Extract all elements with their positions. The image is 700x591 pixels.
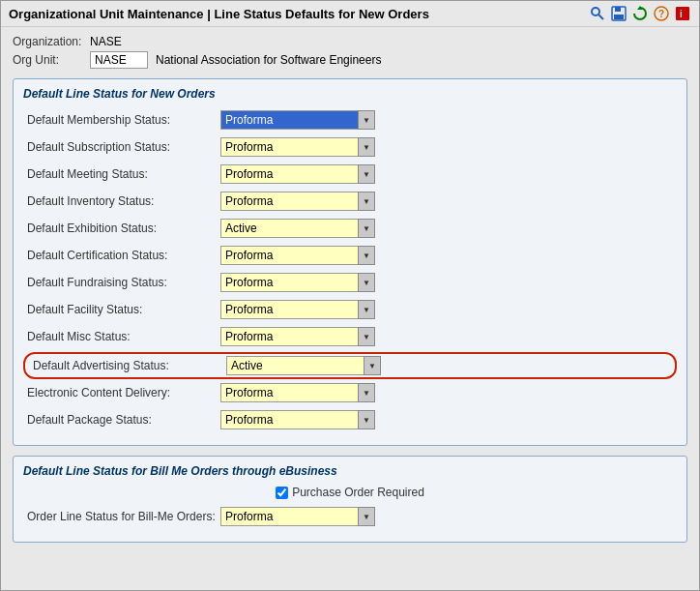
- svg-point-0: [592, 8, 599, 15]
- field-label-7: Default Facility Status:: [27, 303, 220, 316]
- svg-rect-4: [614, 15, 624, 19]
- purchase-order-label: Purchase Order Required: [292, 486, 424, 499]
- page-content: Organization: NASE Org Unit: NASE Nation…: [1, 27, 699, 560]
- bill-me-label: Order Line Status for Bill-Me Orders:: [27, 510, 220, 523]
- field-label-9: Default Advertising Status:: [33, 359, 226, 372]
- bill-me-select-wrapper: Proforma ▼: [220, 507, 375, 526]
- purchase-order-checkbox[interactable]: [276, 487, 288, 499]
- field-label-5: Default Certification Status:: [27, 249, 220, 262]
- bill-me-select[interactable]: Proforma: [220, 507, 375, 526]
- section-new-orders: Default Line Status for New Orders Defau…: [13, 78, 687, 446]
- org-label: Organization:: [13, 35, 90, 48]
- field-label-8: Default Misc Status:: [27, 330, 220, 343]
- purchase-order-row: Purchase Order Required: [23, 486, 677, 499]
- form-row-9: Default Advertising Status:Active▼: [23, 352, 677, 379]
- info-icon[interactable]: i: [674, 5, 691, 22]
- field-select-7[interactable]: Proforma: [220, 300, 375, 319]
- select-wrapper-3: Proforma▼: [220, 192, 375, 211]
- field-label-10: Electronic Content Delivery:: [27, 386, 220, 399]
- form-row-11: Default Package Status:Proforma▼: [23, 408, 677, 431]
- form-row-1: Default Subscription Status:Proforma▼: [23, 135, 677, 159]
- title-bar: Organizational Unit Maintenance | Line S…: [1, 1, 699, 27]
- form-row-0: Default Membership Status:Proforma▼: [23, 108, 677, 132]
- bill-me-row: Order Line Status for Bill-Me Orders: Pr…: [23, 505, 677, 528]
- field-select-9[interactable]: Active: [226, 356, 381, 375]
- form-row-4: Default Exhibition Status:Active▼: [23, 217, 677, 240]
- form-row-6: Default Fundraising Status:Proforma▼: [23, 271, 677, 294]
- select-wrapper-1: Proforma▼: [220, 137, 375, 157]
- field-select-0[interactable]: Proforma: [220, 110, 375, 130]
- search-icon[interactable]: [589, 5, 606, 22]
- section-new-orders-title: Default Line Status for New Orders: [23, 87, 677, 101]
- form-row-8: Default Misc Status:Proforma▼: [23, 325, 677, 348]
- form-row-10: Electronic Content Delivery:Proforma▼: [23, 381, 677, 404]
- svg-rect-8: [676, 7, 689, 20]
- main-window: Organizational Unit Maintenance | Line S…: [0, 0, 700, 591]
- select-wrapper-8: Proforma▼: [220, 327, 375, 346]
- field-label-1: Default Subscription Status:: [27, 140, 220, 154]
- form-row-3: Default Inventory Status:Proforma▼: [23, 190, 677, 213]
- select-wrapper-6: Proforma▼: [220, 273, 375, 292]
- select-wrapper-4: Active▼: [220, 219, 375, 238]
- section1-rows: Default Membership Status:Proforma▼Defau…: [23, 108, 677, 431]
- field-label-2: Default Meeting Status:: [27, 167, 220, 181]
- field-label-4: Default Exhibition Status:: [27, 222, 220, 235]
- field-label-6: Default Fundraising Status:: [27, 276, 220, 289]
- org-unit-row: Org Unit: NASE National Association for …: [13, 51, 687, 69]
- field-select-5[interactable]: Proforma: [220, 246, 375, 265]
- org-row: Organization: NASE: [13, 35, 687, 48]
- select-wrapper-10: Proforma▼: [220, 383, 375, 402]
- form-row-5: Default Certification Status:Proforma▼: [23, 244, 677, 267]
- org-unit-desc: National Association for Software Engine…: [156, 53, 381, 67]
- field-select-8[interactable]: Proforma: [220, 327, 375, 346]
- svg-text:?: ?: [658, 9, 664, 19]
- refresh-icon[interactable]: [631, 5, 649, 22]
- svg-rect-3: [615, 7, 621, 12]
- field-select-11[interactable]: Proforma: [220, 410, 375, 429]
- save-icon[interactable]: [610, 5, 627, 22]
- form-row-7: Default Facility Status:Proforma▼: [23, 298, 677, 321]
- org-unit-label: Org Unit:: [13, 53, 90, 67]
- field-select-4[interactable]: Active: [220, 219, 375, 238]
- section-bill-me-title: Default Line Status for Bill Me Orders t…: [23, 464, 677, 478]
- select-wrapper-5: Proforma▼: [220, 246, 375, 265]
- select-wrapper-9: Active▼: [226, 356, 381, 375]
- select-wrapper-0: Proforma▼: [220, 110, 375, 130]
- select-wrapper-7: Proforma▼: [220, 300, 375, 319]
- page-title: Organizational Unit Maintenance | Line S…: [9, 7, 429, 21]
- field-select-10[interactable]: Proforma: [220, 383, 375, 402]
- field-select-6[interactable]: Proforma: [220, 273, 375, 292]
- section-bill-me: Default Line Status for Bill Me Orders t…: [13, 456, 687, 543]
- field-label-3: Default Inventory Status:: [27, 194, 220, 208]
- help-icon[interactable]: ?: [653, 5, 670, 22]
- form-row-2: Default Meeting Status:Proforma▼: [23, 163, 677, 186]
- svg-text:i: i: [680, 9, 683, 19]
- select-wrapper-2: Proforma▼: [220, 164, 375, 184]
- field-label-11: Default Package Status:: [27, 413, 220, 427]
- org-unit-code: NASE: [90, 51, 148, 69]
- org-value: NASE: [90, 35, 122, 48]
- toolbar-icons: ? i: [589, 5, 691, 22]
- svg-line-1: [598, 15, 603, 19]
- select-wrapper-11: Proforma▼: [220, 410, 375, 429]
- field-select-3[interactable]: Proforma: [220, 192, 375, 211]
- field-select-1[interactable]: Proforma: [220, 137, 375, 157]
- org-info: Organization: NASE Org Unit: NASE Nation…: [13, 35, 687, 69]
- field-select-2[interactable]: Proforma: [220, 164, 375, 184]
- field-label-0: Default Membership Status:: [27, 113, 220, 127]
